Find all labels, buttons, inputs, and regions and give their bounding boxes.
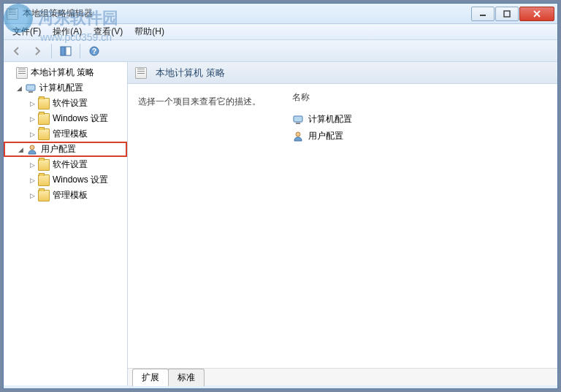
menu-help[interactable]: 帮助(H) xyxy=(129,24,170,39)
expand-icon[interactable]: ▷ xyxy=(28,130,37,138)
computer-icon xyxy=(292,114,304,126)
folder-icon xyxy=(38,128,50,140)
tree-comp-admin[interactable]: ▷ 管理模板 xyxy=(4,126,127,142)
show-hide-tree-button[interactable] xyxy=(57,42,75,60)
tree-icon xyxy=(60,45,72,57)
toolbar-separator xyxy=(51,44,52,58)
close-icon xyxy=(533,10,541,18)
window-title: 本地组策略编辑器 xyxy=(23,7,471,20)
svg-rect-8 xyxy=(26,85,35,91)
expand-icon[interactable]: ▷ xyxy=(28,115,37,123)
menu-view[interactable]: 查看(V) xyxy=(88,24,129,39)
folder-icon xyxy=(38,190,50,201)
list-user-label: 用户配置 xyxy=(308,130,343,142)
tree-software-label: 软件设置 xyxy=(53,97,88,109)
policy-icon xyxy=(16,67,28,79)
toolbar-separator xyxy=(80,44,80,58)
menubar: 文件(F) 操作(A) 查看(V) 帮助(H) xyxy=(4,24,557,40)
svg-rect-9 xyxy=(28,91,33,93)
main-window: 本地组策略编辑器 文件(F) 操作(A) 查看(V) 帮助(H) xyxy=(3,3,558,389)
tree-computer-label: 计算机配置 xyxy=(39,82,83,94)
menu-file[interactable]: 文件(F) xyxy=(7,24,47,39)
list-item-user[interactable]: 用户配置 xyxy=(292,128,552,145)
svg-rect-1 xyxy=(504,11,510,17)
folder-icon xyxy=(38,174,50,186)
computer-icon xyxy=(25,82,37,94)
list-item-computer[interactable]: 计算机配置 xyxy=(292,111,552,128)
statusbar xyxy=(4,385,557,388)
list-computer-label: 计算机配置 xyxy=(308,113,352,126)
tree-comp-software[interactable]: ▷ 软件设置 xyxy=(4,96,127,111)
help-icon: ? xyxy=(88,45,100,57)
expand-icon[interactable]: ▷ xyxy=(28,176,37,184)
tree-admin-label: 管理模板 xyxy=(53,128,88,140)
menu-action[interactable]: 操作(A) xyxy=(47,24,88,39)
detail-body: 选择一个项目来查看它的描述。 名称 计算机配置 用户配置 xyxy=(128,84,557,368)
tree-admin-label: 管理模板 xyxy=(53,189,88,201)
tree-user-admin[interactable]: ▷ 管理模板 xyxy=(4,188,127,203)
app-icon xyxy=(7,8,18,20)
detail-description: 选择一个项目来查看它的描述。 xyxy=(138,91,291,108)
user-icon xyxy=(292,131,304,142)
tab-standard[interactable]: 标准 xyxy=(168,369,205,386)
forward-button[interactable] xyxy=(28,42,46,60)
detail-description-pane: 选择一个项目来查看它的描述。 xyxy=(138,91,291,368)
detail-panel: 本地计算机 策略 选择一个项目来查看它的描述。 名称 计算机配置 xyxy=(128,62,557,385)
tree-windows-label: Windows 设置 xyxy=(53,174,108,186)
detail-list-pane: 名称 计算机配置 用户配置 xyxy=(291,91,552,368)
tree-software-label: 软件设置 xyxy=(53,158,88,171)
svg-point-10 xyxy=(30,145,34,150)
help-button[interactable]: ? xyxy=(85,42,103,60)
tree-computer-config[interactable]: ◢ 计算机配置 xyxy=(4,80,127,96)
tree-user-windows[interactable]: ▷ Windows 设置 xyxy=(4,172,127,188)
collapse-icon[interactable]: ◢ xyxy=(17,145,25,153)
content-area: 本地计算机 策略 ◢ 计算机配置 ▷ 软件设置 ▷ Windows 设置 xyxy=(4,62,557,385)
close-button[interactable] xyxy=(519,7,554,21)
svg-text:?: ? xyxy=(92,47,96,55)
tree-root[interactable]: 本地计算机 策略 xyxy=(4,65,127,80)
svg-rect-12 xyxy=(296,123,300,124)
expand-icon[interactable]: ▷ xyxy=(28,191,37,199)
folder-icon xyxy=(38,98,50,109)
tree-root-label: 本地计算机 策略 xyxy=(31,66,94,79)
user-icon xyxy=(26,144,38,155)
expand-icon[interactable]: ▷ xyxy=(28,161,37,169)
policy-icon xyxy=(135,67,147,79)
tree-panel[interactable]: 本地计算机 策略 ◢ 计算机配置 ▷ 软件设置 ▷ Windows 设置 xyxy=(4,62,128,385)
minimize-icon xyxy=(479,10,486,18)
folder-icon xyxy=(38,113,50,125)
tree-windows-label: Windows 设置 xyxy=(53,112,108,125)
detail-tabs: 扩展 标准 xyxy=(128,368,557,385)
tree-comp-windows[interactable]: ▷ Windows 设置 xyxy=(4,111,127,126)
tree-user-software[interactable]: ▷ 软件设置 xyxy=(4,157,127,172)
arrow-right-icon xyxy=(31,45,43,57)
detail-header: 本地计算机 策略 xyxy=(128,62,557,84)
blank-toggle xyxy=(7,69,15,77)
svg-rect-4 xyxy=(61,47,65,55)
maximize-button[interactable] xyxy=(495,7,519,21)
svg-rect-11 xyxy=(294,116,302,122)
titlebar[interactable]: 本地组策略编辑器 xyxy=(4,4,557,24)
svg-point-13 xyxy=(296,132,300,137)
tree-user-config[interactable]: ◢ 用户配置 xyxy=(4,142,127,157)
arrow-left-icon xyxy=(11,45,23,57)
svg-rect-5 xyxy=(66,47,71,55)
collapse-icon[interactable]: ◢ xyxy=(15,84,23,92)
maximize-icon xyxy=(503,10,511,18)
expand-icon[interactable]: ▷ xyxy=(28,99,37,107)
folder-icon xyxy=(38,159,50,171)
tree-user-label: 用户配置 xyxy=(41,143,76,155)
tab-extended[interactable]: 扩展 xyxy=(132,369,169,386)
minimize-button[interactable] xyxy=(471,7,495,21)
detail-header-title: 本地计算机 策略 xyxy=(156,66,225,80)
back-button[interactable] xyxy=(8,42,26,60)
toolbar: ? xyxy=(4,40,557,62)
column-header-name[interactable]: 名称 xyxy=(292,91,552,111)
